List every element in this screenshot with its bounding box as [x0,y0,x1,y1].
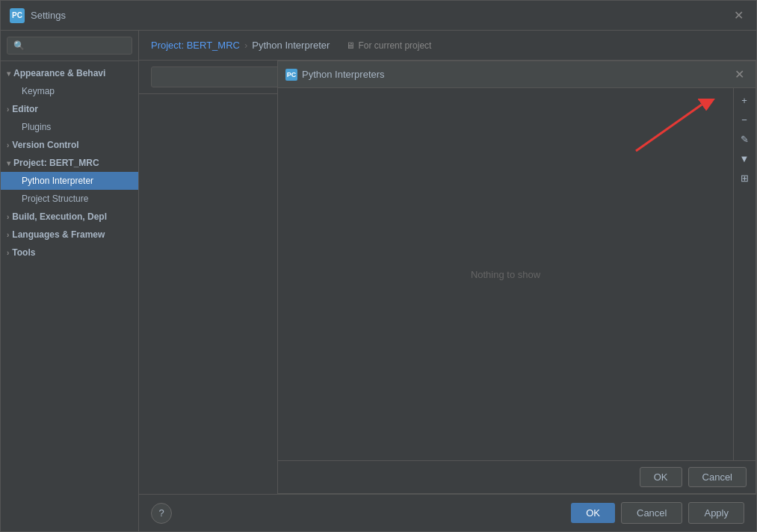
sidebar-item-label: Tools [12,247,35,258]
sidebar-item-languages-frameworks[interactable]: › Languages & Framew [1,226,138,244]
sidebar-item-editor[interactable]: › Editor [1,100,138,118]
window-close-button[interactable]: ✕ [729,7,747,25]
sidebar-item-keymap[interactable]: Keymap [1,82,138,100]
interpreters-dialog: PC Python Interpreters ✕ Nothing to show… [277,61,756,494]
title-bar: PC Settings ✕ [1,1,756,31]
sidebar-item-label: Python Interpreter [22,176,93,186]
expand-arrow-icon: › [7,105,9,114]
dialog-footer: OK Cancel [278,460,756,493]
sidebar-nav: ▾ Appearance & Behavi Keymap › Editor Pl… [1,61,138,531]
sidebar-item-label: Version Control [12,140,78,150]
filter-icon: ▼ [740,153,750,164]
minus-icon: − [741,114,747,126]
dialog-app-icon: PC [285,69,297,81]
sidebar-item-label: Project Structure [22,194,88,204]
expand-arrow-icon: › [7,213,9,221]
sidebar-item-version-control[interactable]: › Version Control [1,136,138,154]
monitor-icon: 🖥 [346,40,355,51]
expand-arrow-icon: › [7,141,9,149]
dialog-cancel-button[interactable]: Cancel [688,467,747,487]
expand-arrow-icon: › [7,231,9,239]
sidebar-item-project-structure[interactable]: Project Structure [1,190,138,208]
dialog-edit-button[interactable]: ✎ [735,130,753,148]
dialog-title-bar: PC Python Interpreters ✕ [278,61,756,88]
search-input[interactable] [7,37,132,55]
sidebar-item-build-execution[interactable]: › Build, Execution, Depl [1,208,138,226]
sidebar-item-label: Build, Execution, Depl [12,211,107,222]
dialog-right-buttons: + − ✎ ▼ ⊞ [733,88,756,460]
settings-footer: ? OK Cancel Apply [139,494,756,531]
main-content: Project: BERT_MRC › Python Interpreter 🖥… [139,31,756,531]
breadcrumb-current: Python Interpreter [252,40,330,51]
sidebar-item-label: Keymap [22,86,55,96]
plus-icon: + [741,95,747,106]
dialog-title: Python Interpreters [302,69,385,80]
for-current-project-label: 🖥 For current project [346,40,431,51]
sidebar-item-label: Languages & Framew [12,229,105,240]
sidebar-item-label: Appearance & Behavi [13,68,105,78]
empty-state-text: Nothing to show [471,269,540,280]
breadcrumb-separator: › [244,40,247,51]
dialog-tree-button[interactable]: ⊞ [735,169,753,187]
dialog-add-button[interactable]: + [735,91,753,109]
sidebar-item-appearance[interactable]: ▾ Appearance & Behavi [1,64,138,82]
dialog-remove-button[interactable]: − [735,111,753,129]
sidebar-item-project[interactable]: ▾ Project: BERT_MRC [1,154,138,172]
settings-window: PC Settings ✕ ▾ Appearance & Behavi Keym… [0,0,757,532]
sidebar-item-python-interpreter[interactable]: Python Interpreter [1,172,138,190]
sidebar-item-label: Plugins [22,122,51,132]
apply-button[interactable]: Apply [688,502,744,524]
dialog-close-button[interactable]: ✕ [730,66,748,84]
sidebar-item-label: Project: BERT_MRC [13,158,99,168]
expand-arrow-icon: › [7,249,9,257]
cancel-button[interactable]: Cancel [621,502,682,524]
tree-icon: ⊞ [741,173,749,184]
edit-icon: ✎ [741,134,749,145]
expand-arrow-icon: ▾ [7,159,10,167]
settings-body: ▾ Appearance & Behavi Keymap › Editor Pl… [1,31,756,531]
question-mark-icon: ? [158,507,164,519]
for-current-project-text: For current project [358,40,431,51]
breadcrumb: Project: BERT_MRC › Python Interpreter 🖥… [139,31,756,61]
app-icon: PC [10,8,25,23]
sidebar-item-label: Editor [12,104,38,114]
breadcrumb-project-link[interactable]: Project: BERT_MRC [151,40,240,51]
help-button[interactable]: ? [151,503,172,524]
dialog-filter-button[interactable]: ▼ [735,149,753,167]
sidebar-search-area [1,31,138,61]
ok-button[interactable]: OK [571,503,615,523]
dialog-ok-button[interactable]: OK [640,467,682,487]
dialog-list-area: Nothing to show [278,88,733,460]
window-title: Settings [31,10,66,21]
sidebar-item-plugins[interactable]: Plugins [1,118,138,136]
dialog-body: Nothing to show + − ✎ [278,88,756,460]
sidebar: ▾ Appearance & Behavi Keymap › Editor Pl… [1,31,139,531]
expand-arrow-icon: ▾ [7,69,10,78]
sidebar-item-tools[interactable]: › Tools [1,244,138,262]
